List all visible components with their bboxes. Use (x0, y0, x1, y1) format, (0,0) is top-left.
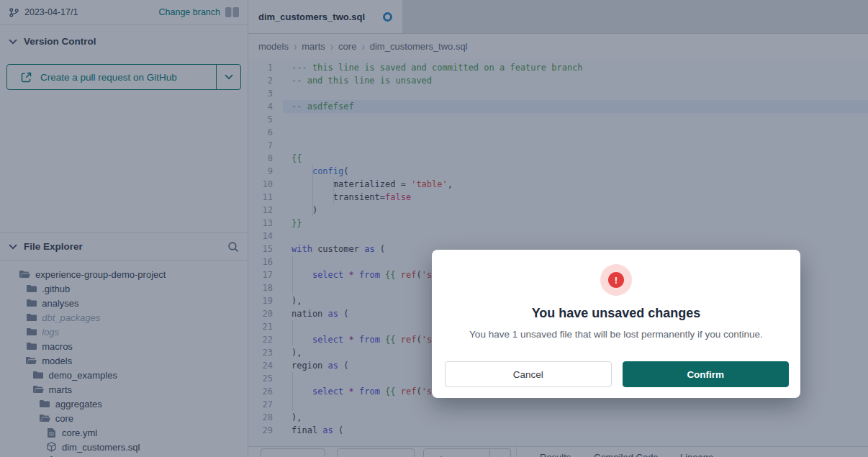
modal-body-text: You have 1 unsaved file that will be los… (432, 329, 800, 340)
modal-title: You have unsaved changes (432, 306, 800, 321)
modal-actions: Cancel Confirm (445, 361, 789, 387)
confirm-button[interactable]: Confirm (623, 361, 790, 387)
unsaved-changes-modal: ! You have unsaved changes You have 1 un… (432, 250, 800, 398)
cancel-button[interactable]: Cancel (445, 361, 612, 387)
error-alert-icon: ! (600, 264, 632, 296)
